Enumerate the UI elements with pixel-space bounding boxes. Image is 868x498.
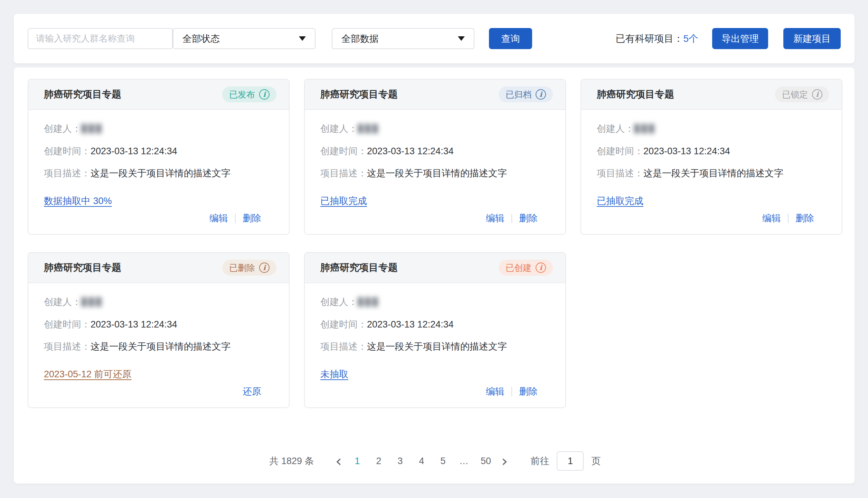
description-label: 项目描述： — [44, 341, 91, 352]
created-time-label: 创建时间： — [320, 319, 367, 330]
status-badge-label: 已发布 — [229, 89, 255, 100]
card-body: 创建人：███ 创建时间：2023-03-13 12:24:34 项目描述：这是… — [28, 110, 289, 234]
creator-name-redacted: ███ — [634, 124, 656, 133]
status-badge-label: 已删除 — [229, 262, 255, 274]
data-select[interactable]: 全部数据 — [332, 28, 474, 49]
project-count-value: 5个 — [683, 33, 698, 44]
card-header: 肺癌研究项目专题 已删除 — [28, 253, 289, 283]
project-title: 肺癌研究项目专题 — [320, 88, 398, 101]
card-header: 肺癌研究项目专题 已归档 — [305, 80, 565, 110]
pagination: 共 1829 条 1 2 3 4 5 … 50 前往 页 — [28, 451, 842, 471]
creator-label: 创建人： — [320, 297, 358, 307]
data-select-value: 全部数据 — [341, 33, 379, 45]
description-label: 项目描述： — [44, 168, 91, 178]
extraction-status-link[interactable]: 数据抽取中 30% — [44, 195, 112, 207]
edit-link[interactable]: 编辑 — [486, 212, 504, 224]
status-select[interactable]: 全部状态 — [173, 28, 315, 49]
project-card: 肺癌研究项目专题 已归档 创建人：███ 创建时间：2023-03-13 12:… — [304, 79, 566, 235]
goto-page-input[interactable] — [557, 451, 584, 471]
status-badge: 已创建 — [499, 260, 553, 276]
info-icon[interactable] — [536, 262, 546, 273]
created-time-label: 创建时间： — [597, 146, 643, 156]
page-button-4[interactable]: 4 — [411, 456, 432, 467]
prev-page-button[interactable] — [331, 453, 347, 469]
search-input[interactable] — [28, 28, 173, 49]
status-badge: 已归档 — [499, 86, 553, 102]
card-body: 创建人：███ 创建时间：2023-03-13 12:24:34 项目描述：这是… — [28, 283, 289, 407]
status-badge: 已删除 — [222, 260, 276, 276]
description-value: 这是一段关于项目详情的描述文字 — [367, 168, 507, 178]
card-header: 肺癌研究项目专题 已创建 — [305, 253, 565, 283]
project-card: 肺癌研究项目专题 已发布 创建人：███ 创建时间：2023-03-13 12:… — [28, 79, 290, 235]
creator-name-redacted: ███ — [358, 124, 380, 133]
status-badge-label: 已归档 — [506, 89, 531, 100]
creator-name-redacted: ███ — [81, 297, 103, 306]
status-badge-label: 已创建 — [506, 262, 531, 274]
info-icon[interactable] — [536, 89, 546, 100]
creator-label: 创建人： — [597, 123, 634, 134]
project-card-grid: 肺癌研究项目专题 已发布 创建人：███ 创建时间：2023-03-13 12:… — [28, 79, 842, 408]
extraction-status-link[interactable]: 未抽取 — [320, 368, 348, 380]
info-icon[interactable] — [812, 89, 822, 100]
page-button-3[interactable]: 3 — [389, 456, 411, 467]
chevron-down-icon — [299, 36, 306, 41]
delete-link[interactable]: 删除 — [243, 212, 261, 224]
creator-label: 创建人： — [320, 123, 358, 134]
project-title: 肺癌研究项目专题 — [597, 88, 674, 101]
delete-link[interactable]: 删除 — [519, 385, 538, 398]
card-body: 创建人：███ 创建时间：2023-03-13 12:24:34 项目描述：这是… — [305, 283, 565, 407]
page-button-2[interactable]: 2 — [368, 456, 389, 467]
creator-label: 创建人： — [44, 297, 81, 307]
card-footer: 编辑 删除 — [320, 212, 551, 234]
query-button[interactable]: 查询 — [489, 28, 532, 49]
created-time-value: 2023-03-13 12:24:34 — [367, 146, 454, 156]
page-button-5[interactable]: 5 — [432, 456, 454, 467]
created-time-value: 2023-03-13 12:24:34 — [643, 146, 730, 156]
description-value: 这是一段关于项目详情的描述文字 — [643, 168, 783, 178]
extraction-status-link[interactable]: 已抽取完成 — [597, 195, 643, 207]
card-footer: 编辑 删除 — [44, 212, 275, 234]
restore-link[interactable]: 还原 — [243, 385, 261, 398]
page-unit-label: 页 — [591, 455, 601, 467]
chevron-down-icon — [458, 36, 465, 41]
creator-label: 创建人： — [44, 123, 81, 134]
description-value: 这是一段关于项目详情的描述文字 — [91, 168, 230, 178]
status-badge: 已发布 — [222, 86, 276, 102]
edit-link[interactable]: 编辑 — [209, 212, 228, 224]
project-card: 肺癌研究项目专题 已删除 创建人：███ 创建时间：2023-03-13 12:… — [28, 252, 290, 408]
edit-link[interactable]: 编辑 — [762, 212, 781, 224]
description-label: 项目描述： — [320, 341, 367, 352]
description-label: 项目描述： — [597, 168, 643, 178]
status-badge: 已锁定 — [775, 86, 829, 102]
card-header: 肺癌研究项目专题 已发布 — [28, 80, 289, 110]
created-time-value: 2023-03-13 12:24:34 — [91, 319, 177, 330]
divider — [511, 387, 512, 396]
card-header: 肺癌研究项目专题 已锁定 — [581, 80, 842, 110]
project-title: 肺癌研究项目专题 — [320, 261, 398, 274]
export-manage-button[interactable]: 导出管理 — [712, 28, 768, 49]
page-button-50[interactable]: 50 — [475, 456, 497, 467]
restore-deadline-link[interactable]: 2023-05-12 前可还原 — [44, 368, 132, 380]
delete-link[interactable]: 删除 — [795, 212, 814, 224]
info-icon[interactable] — [259, 89, 270, 100]
description-value: 这是一段关于项目详情的描述文字 — [91, 341, 230, 352]
info-icon[interactable] — [259, 262, 270, 273]
delete-link[interactable]: 删除 — [519, 212, 538, 224]
creator-name-redacted: ███ — [81, 124, 103, 133]
created-time-label: 创建时间： — [44, 319, 91, 330]
filter-toolbar: 全部状态 全部数据 查询 已有科研项目：5个 导出管理 新建项目 — [14, 14, 855, 63]
create-project-button[interactable]: 新建项目 — [783, 28, 841, 49]
edit-link[interactable]: 编辑 — [486, 385, 504, 398]
card-footer: 还原 — [44, 385, 275, 407]
project-card: 肺癌研究项目专题 已创建 创建人：███ 创建时间：2023-03-13 12:… — [304, 252, 566, 408]
next-page-button[interactable] — [497, 453, 512, 469]
page-ellipsis[interactable]: … — [454, 456, 475, 467]
description-label: 项目描述： — [320, 168, 367, 178]
card-footer: 编辑 删除 — [597, 212, 828, 234]
card-body: 创建人：███ 创建时间：2023-03-13 12:24:34 项目描述：这是… — [581, 110, 842, 234]
divider — [511, 214, 512, 223]
extraction-status-link[interactable]: 已抽取完成 — [320, 195, 367, 207]
created-time-label: 创建时间： — [320, 146, 367, 156]
status-badge-label: 已锁定 — [782, 89, 808, 100]
page-button-1[interactable]: 1 — [347, 456, 368, 467]
